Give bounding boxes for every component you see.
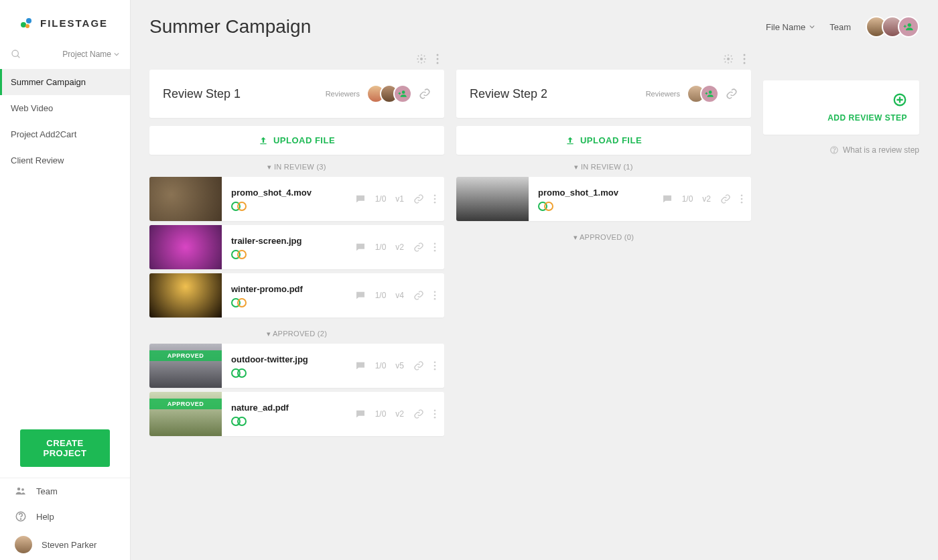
file-card[interactable]: promo_shot_1.mov 1/0 v2 xyxy=(456,177,751,221)
user-profile-link[interactable]: Steven Parker xyxy=(0,529,130,560)
project-name-dropdown[interactable]: Project Name xyxy=(62,50,119,59)
avatar xyxy=(15,536,32,553)
file-card[interactable]: APPROVED nature_ad.pdf 1/0 v2 xyxy=(149,392,444,436)
sidebar: FILESTAGE Project Name Summer Campaign W… xyxy=(0,0,131,560)
more-vertical-icon[interactable] xyxy=(436,54,439,64)
add-review-step-button[interactable]: ADD REVIEW STEP xyxy=(763,80,919,135)
add-reviewer-button[interactable] xyxy=(393,84,412,103)
comment-icon[interactable] xyxy=(355,242,366,253)
comment-count: 1/0 xyxy=(375,409,387,419)
svg-point-13 xyxy=(437,62,439,64)
sidebar-item-web-video[interactable]: Web Video xyxy=(0,95,130,121)
step-header: Review Step 1 Reviewers xyxy=(149,70,444,118)
svg-point-11 xyxy=(437,54,439,56)
more-vertical-icon[interactable] xyxy=(433,194,436,204)
more-vertical-icon[interactable] xyxy=(433,242,436,252)
help-icon xyxy=(15,510,27,522)
svg-point-25 xyxy=(434,361,436,363)
chevron-down-icon xyxy=(114,52,119,57)
more-vertical-icon[interactable] xyxy=(740,194,743,204)
comment-icon[interactable] xyxy=(355,290,366,301)
svg-point-37 xyxy=(741,194,743,196)
comment-icon[interactable] xyxy=(662,194,673,204)
file-card[interactable]: APPROVED outdoor-twitter.jpg 1/0 v5 xyxy=(149,344,444,388)
step-title: Review Step 1 xyxy=(163,87,241,101)
user-name: Steven Parker xyxy=(42,540,96,550)
comment-icon[interactable] xyxy=(355,360,366,371)
svg-line-4 xyxy=(17,56,19,58)
more-vertical-icon[interactable] xyxy=(433,409,436,419)
file-card[interactable]: trailer-screen.jpg 1/0 v2 xyxy=(149,225,444,269)
status-indicator xyxy=(231,368,346,378)
sidebar-item-summer-campaign[interactable]: Summer Campaign xyxy=(0,69,130,95)
more-vertical-icon[interactable] xyxy=(433,361,436,370)
svg-point-16 xyxy=(434,194,436,196)
team-link[interactable]: Team xyxy=(0,478,130,504)
comment-icon[interactable] xyxy=(355,409,366,419)
svg-point-10 xyxy=(420,58,423,60)
more-vertical-icon[interactable] xyxy=(433,291,436,300)
file-name: nature_ad.pdf xyxy=(231,403,346,413)
link-icon[interactable] xyxy=(726,88,738,100)
svg-point-5 xyxy=(17,488,21,491)
file-card[interactable]: winter-promo.pdf 1/0 v4 xyxy=(149,273,444,318)
search-icon[interactable] xyxy=(11,49,21,60)
project-list: Summer Campaign Web Video Project Add2Ca… xyxy=(0,69,130,419)
section-label-in-review[interactable]: ▾ IN REVIEW (1) xyxy=(456,155,751,177)
gear-icon[interactable] xyxy=(723,54,734,64)
help-link[interactable]: Help xyxy=(0,504,130,529)
comment-count: 1/0 xyxy=(375,291,387,300)
link-icon[interactable] xyxy=(413,242,424,253)
link-icon[interactable] xyxy=(720,194,731,204)
what-is-review-step-link[interactable]: What is a review step xyxy=(763,145,919,155)
file-thumbnail xyxy=(149,273,222,318)
svg-point-32 xyxy=(744,54,746,56)
help-hint-text: What is a review step xyxy=(843,145,919,155)
svg-point-39 xyxy=(741,202,743,204)
add-team-member-button[interactable] xyxy=(898,16,919,38)
svg-point-38 xyxy=(741,198,743,200)
add-reviewer-button[interactable] xyxy=(700,84,719,103)
sidebar-item-project-add2cart[interactable]: Project Add2Cart xyxy=(0,121,130,147)
version-label: v4 xyxy=(395,291,404,300)
svg-point-30 xyxy=(434,417,436,419)
filename-label: File Name xyxy=(766,22,805,32)
svg-point-35 xyxy=(709,90,712,94)
logo-icon xyxy=(20,17,35,29)
link-icon[interactable] xyxy=(419,88,431,100)
svg-point-1 xyxy=(26,18,31,23)
link-icon[interactable] xyxy=(413,290,424,301)
file-name: winter-promo.pdf xyxy=(231,284,346,294)
team-avatars xyxy=(866,16,919,38)
link-icon[interactable] xyxy=(413,360,424,371)
file-thumbnail: APPROVED xyxy=(149,344,222,388)
status-indicator xyxy=(231,417,346,426)
upload-icon xyxy=(565,136,575,145)
section-label-in-review[interactable]: ▾ IN REVIEW (3) xyxy=(149,155,444,177)
svg-point-6 xyxy=(21,488,24,491)
file-name: outdoor-twitter.jpg xyxy=(231,354,346,364)
link-icon[interactable] xyxy=(413,409,424,419)
approved-ribbon: APPROVED xyxy=(149,399,222,409)
reviewers-label: Reviewers xyxy=(326,90,360,98)
section-label-approved[interactable]: ▾ APPROVED (0) xyxy=(456,225,751,247)
gear-icon[interactable] xyxy=(416,54,427,64)
section-label-approved[interactable]: ▾ APPROVED (2) xyxy=(149,322,444,344)
team-label: Team xyxy=(829,22,851,32)
upload-file-button[interactable]: UPLOAD FILE xyxy=(149,126,444,155)
file-card[interactable]: promo_shot_4.mov 1/0 v1 xyxy=(149,177,444,221)
upload-file-button[interactable]: UPLOAD FILE xyxy=(456,126,751,155)
svg-point-21 xyxy=(434,250,436,252)
reviewers-label: Reviewers xyxy=(646,90,680,98)
link-icon[interactable] xyxy=(413,194,424,204)
sidebar-item-client-review[interactable]: Client Review xyxy=(0,147,130,173)
comment-count: 1/0 xyxy=(682,194,693,204)
more-vertical-icon[interactable] xyxy=(743,54,746,64)
status-indicator xyxy=(538,202,653,211)
svg-point-12 xyxy=(437,58,439,60)
create-project-button[interactable]: CREATE PROJECT xyxy=(20,429,110,467)
filename-dropdown[interactable]: File Name xyxy=(766,22,815,32)
svg-point-20 xyxy=(434,247,436,249)
comment-icon[interactable] xyxy=(355,194,366,204)
add-person-icon xyxy=(398,89,407,98)
